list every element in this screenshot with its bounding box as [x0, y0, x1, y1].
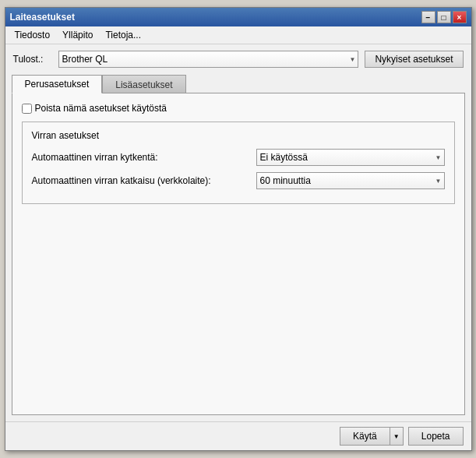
tab-perusasetukset[interactable]: Perusasetukset: [12, 75, 103, 93]
auto-power-off-dropdown[interactable]: 10 minuuttia 30 minuuttia 60 minuuttia E…: [256, 172, 445, 189]
auto-power-off-row: Automaattinen virran katkaisu (verkkolai…: [32, 172, 445, 189]
menu-yllapito[interactable]: Ylläpito: [56, 28, 99, 42]
close-window-button[interactable]: Lopeta: [408, 427, 464, 446]
disable-settings-checkbox[interactable]: [22, 104, 32, 114]
tabs-area: Perusasetukset Lisäasetukset Poista nämä…: [5, 74, 471, 421]
section-title: Virran asetukset: [32, 130, 445, 141]
auto-power-off-label: Automaattinen virran katkaisu (verkkolai…: [32, 175, 250, 186]
printer-dropdown-wrapper: Brother QL: [58, 51, 359, 68]
auto-power-on-dropdown-wrapper: Ei käytössä 1 minuutti 5 minuuttia 10 mi…: [256, 149, 445, 166]
bottom-bar: Käytä ▼ Lopeta: [5, 421, 471, 450]
power-settings-section: Virran asetukset Automaattinen virran ky…: [22, 122, 455, 204]
minimize-button[interactable]: −: [421, 11, 435, 23]
auto-power-off-dropdown-wrapper: 10 minuuttia 30 minuuttia 60 minuuttia E…: [256, 172, 445, 189]
apply-arrow-button[interactable]: ▼: [390, 427, 404, 446]
window-title: Laiteasetukset: [10, 12, 75, 23]
tab-lisaasetukset[interactable]: Lisäasetukset: [102, 75, 185, 93]
disable-settings-row: Poista nämä asetukset käytöstä: [22, 103, 455, 114]
apply-button[interactable]: Käytä: [340, 427, 390, 446]
main-window: Laiteasetukset − □ × Tiedosto Ylläpito T…: [5, 7, 472, 451]
chevron-down-icon: ▼: [393, 433, 400, 440]
auto-power-on-dropdown[interactable]: Ei käytössä 1 minuutti 5 minuuttia 10 mi…: [256, 149, 445, 166]
disable-settings-label: Poista nämä asetukset käytöstä: [35, 103, 167, 114]
title-bar: Laiteasetukset − □ ×: [5, 8, 471, 26]
menu-bar: Tiedosto Ylläpito Tietoja...: [5, 26, 471, 44]
auto-power-on-label: Automaattinen virran kytkentä:: [32, 152, 250, 163]
printer-label: Tulost.:: [13, 54, 52, 65]
window-close-button[interactable]: ×: [453, 11, 467, 23]
menu-tiedosto[interactable]: Tiedosto: [9, 28, 57, 42]
printer-row: Tulost.: Brother QL Nykyiset asetukset: [5, 44, 471, 74]
printer-dropdown[interactable]: Brother QL: [58, 51, 359, 68]
title-bar-buttons: − □ ×: [421, 11, 467, 23]
maximize-button[interactable]: □: [437, 11, 451, 23]
menu-tietoja[interactable]: Tietoja...: [99, 28, 147, 42]
tab-content: Poista nämä asetukset käytöstä Virran as…: [12, 93, 465, 415]
auto-power-on-row: Automaattinen virran kytkentä: Ei käytös…: [32, 149, 445, 166]
current-settings-button[interactable]: Nykyiset asetukset: [365, 51, 463, 68]
tab-header: Perusasetukset Lisäasetukset: [12, 74, 465, 93]
apply-group: Käytä ▼: [340, 427, 404, 446]
